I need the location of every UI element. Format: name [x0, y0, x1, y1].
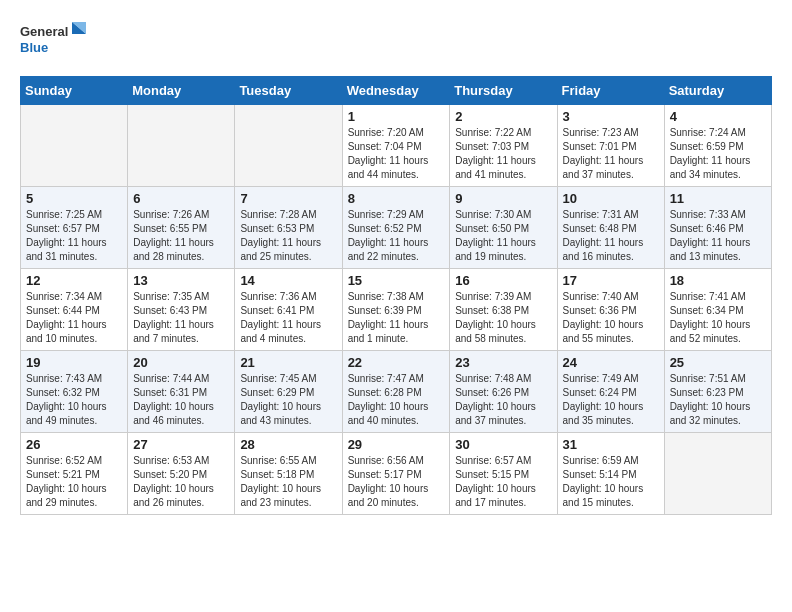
- day-info: Sunrise: 7:48 AM Sunset: 6:26 PM Dayligh…: [455, 372, 551, 428]
- calendar-cell-week1-day0: [21, 105, 128, 187]
- week-row-2: 5Sunrise: 7:25 AM Sunset: 6:57 PM Daylig…: [21, 187, 772, 269]
- calendar-cell-week2-day3: 8Sunrise: 7:29 AM Sunset: 6:52 PM Daylig…: [342, 187, 450, 269]
- day-number: 3: [563, 109, 659, 124]
- day-number: 26: [26, 437, 122, 452]
- svg-text:Blue: Blue: [20, 40, 48, 55]
- day-number: 21: [240, 355, 336, 370]
- calendar-cell-week4-day6: 25Sunrise: 7:51 AM Sunset: 6:23 PM Dayli…: [664, 351, 771, 433]
- calendar-cell-week3-day0: 12Sunrise: 7:34 AM Sunset: 6:44 PM Dayli…: [21, 269, 128, 351]
- calendar-cell-week1-day1: [128, 105, 235, 187]
- svg-text:General: General: [20, 24, 68, 39]
- day-info: Sunrise: 7:22 AM Sunset: 7:03 PM Dayligh…: [455, 126, 551, 182]
- day-number: 4: [670, 109, 766, 124]
- calendar-cell-week5-day0: 26Sunrise: 6:52 AM Sunset: 5:21 PM Dayli…: [21, 433, 128, 515]
- day-info: Sunrise: 7:44 AM Sunset: 6:31 PM Dayligh…: [133, 372, 229, 428]
- day-info: Sunrise: 6:56 AM Sunset: 5:17 PM Dayligh…: [348, 454, 445, 510]
- weekday-header-sunday: Sunday: [21, 77, 128, 105]
- day-info: Sunrise: 6:55 AM Sunset: 5:18 PM Dayligh…: [240, 454, 336, 510]
- calendar-cell-week4-day5: 24Sunrise: 7:49 AM Sunset: 6:24 PM Dayli…: [557, 351, 664, 433]
- day-number: 20: [133, 355, 229, 370]
- day-info: Sunrise: 7:24 AM Sunset: 6:59 PM Dayligh…: [670, 126, 766, 182]
- calendar-cell-week3-day6: 18Sunrise: 7:41 AM Sunset: 6:34 PM Dayli…: [664, 269, 771, 351]
- calendar-cell-week1-day3: 1Sunrise: 7:20 AM Sunset: 7:04 PM Daylig…: [342, 105, 450, 187]
- day-info: Sunrise: 7:34 AM Sunset: 6:44 PM Dayligh…: [26, 290, 122, 346]
- calendar-cell-week2-day6: 11Sunrise: 7:33 AM Sunset: 6:46 PM Dayli…: [664, 187, 771, 269]
- day-info: Sunrise: 7:28 AM Sunset: 6:53 PM Dayligh…: [240, 208, 336, 264]
- calendar-cell-week3-day4: 16Sunrise: 7:39 AM Sunset: 6:38 PM Dayli…: [450, 269, 557, 351]
- calendar-table: SundayMondayTuesdayWednesdayThursdayFrid…: [20, 76, 772, 515]
- calendar-cell-week2-day1: 6Sunrise: 7:26 AM Sunset: 6:55 PM Daylig…: [128, 187, 235, 269]
- weekday-header-friday: Friday: [557, 77, 664, 105]
- calendar-cell-week4-day2: 21Sunrise: 7:45 AM Sunset: 6:29 PM Dayli…: [235, 351, 342, 433]
- day-info: Sunrise: 7:35 AM Sunset: 6:43 PM Dayligh…: [133, 290, 229, 346]
- week-row-5: 26Sunrise: 6:52 AM Sunset: 5:21 PM Dayli…: [21, 433, 772, 515]
- day-info: Sunrise: 6:53 AM Sunset: 5:20 PM Dayligh…: [133, 454, 229, 510]
- week-row-1: 1Sunrise: 7:20 AM Sunset: 7:04 PM Daylig…: [21, 105, 772, 187]
- day-info: Sunrise: 7:36 AM Sunset: 6:41 PM Dayligh…: [240, 290, 336, 346]
- day-info: Sunrise: 7:40 AM Sunset: 6:36 PM Dayligh…: [563, 290, 659, 346]
- day-number: 2: [455, 109, 551, 124]
- day-number: 6: [133, 191, 229, 206]
- weekday-header-wednesday: Wednesday: [342, 77, 450, 105]
- day-number: 16: [455, 273, 551, 288]
- day-info: Sunrise: 6:57 AM Sunset: 5:15 PM Dayligh…: [455, 454, 551, 510]
- day-info: Sunrise: 7:47 AM Sunset: 6:28 PM Dayligh…: [348, 372, 445, 428]
- calendar-cell-week2-day2: 7Sunrise: 7:28 AM Sunset: 6:53 PM Daylig…: [235, 187, 342, 269]
- day-number: 25: [670, 355, 766, 370]
- day-info: Sunrise: 7:45 AM Sunset: 6:29 PM Dayligh…: [240, 372, 336, 428]
- day-number: 13: [133, 273, 229, 288]
- day-info: Sunrise: 7:43 AM Sunset: 6:32 PM Dayligh…: [26, 372, 122, 428]
- logo: General Blue: [20, 20, 90, 60]
- calendar-cell-week5-day1: 27Sunrise: 6:53 AM Sunset: 5:20 PM Dayli…: [128, 433, 235, 515]
- day-number: 10: [563, 191, 659, 206]
- day-number: 11: [670, 191, 766, 206]
- day-number: 24: [563, 355, 659, 370]
- week-row-4: 19Sunrise: 7:43 AM Sunset: 6:32 PM Dayli…: [21, 351, 772, 433]
- day-info: Sunrise: 7:29 AM Sunset: 6:52 PM Dayligh…: [348, 208, 445, 264]
- day-number: 23: [455, 355, 551, 370]
- day-number: 12: [26, 273, 122, 288]
- weekday-header-row: SundayMondayTuesdayWednesdayThursdayFrid…: [21, 77, 772, 105]
- calendar-cell-week2-day4: 9Sunrise: 7:30 AM Sunset: 6:50 PM Daylig…: [450, 187, 557, 269]
- day-info: Sunrise: 6:52 AM Sunset: 5:21 PM Dayligh…: [26, 454, 122, 510]
- day-info: Sunrise: 7:31 AM Sunset: 6:48 PM Dayligh…: [563, 208, 659, 264]
- day-number: 5: [26, 191, 122, 206]
- day-number: 19: [26, 355, 122, 370]
- day-number: 8: [348, 191, 445, 206]
- calendar-cell-week1-day2: [235, 105, 342, 187]
- calendar-cell-week5-day4: 30Sunrise: 6:57 AM Sunset: 5:15 PM Dayli…: [450, 433, 557, 515]
- day-info: Sunrise: 7:20 AM Sunset: 7:04 PM Dayligh…: [348, 126, 445, 182]
- day-info: Sunrise: 7:39 AM Sunset: 6:38 PM Dayligh…: [455, 290, 551, 346]
- calendar-cell-week4-day0: 19Sunrise: 7:43 AM Sunset: 6:32 PM Dayli…: [21, 351, 128, 433]
- day-info: Sunrise: 6:59 AM Sunset: 5:14 PM Dayligh…: [563, 454, 659, 510]
- calendar-cell-week1-day5: 3Sunrise: 7:23 AM Sunset: 7:01 PM Daylig…: [557, 105, 664, 187]
- calendar-cell-week3-day2: 14Sunrise: 7:36 AM Sunset: 6:41 PM Dayli…: [235, 269, 342, 351]
- weekday-header-saturday: Saturday: [664, 77, 771, 105]
- day-number: 15: [348, 273, 445, 288]
- week-row-3: 12Sunrise: 7:34 AM Sunset: 6:44 PM Dayli…: [21, 269, 772, 351]
- weekday-header-thursday: Thursday: [450, 77, 557, 105]
- day-info: Sunrise: 7:49 AM Sunset: 6:24 PM Dayligh…: [563, 372, 659, 428]
- calendar-cell-week3-day3: 15Sunrise: 7:38 AM Sunset: 6:39 PM Dayli…: [342, 269, 450, 351]
- day-number: 27: [133, 437, 229, 452]
- day-info: Sunrise: 7:51 AM Sunset: 6:23 PM Dayligh…: [670, 372, 766, 428]
- calendar-cell-week1-day6: 4Sunrise: 7:24 AM Sunset: 6:59 PM Daylig…: [664, 105, 771, 187]
- weekday-header-monday: Monday: [128, 77, 235, 105]
- day-number: 1: [348, 109, 445, 124]
- calendar-cell-week3-day5: 17Sunrise: 7:40 AM Sunset: 6:36 PM Dayli…: [557, 269, 664, 351]
- day-info: Sunrise: 7:38 AM Sunset: 6:39 PM Dayligh…: [348, 290, 445, 346]
- day-number: 7: [240, 191, 336, 206]
- calendar-cell-week5-day5: 31Sunrise: 6:59 AM Sunset: 5:14 PM Dayli…: [557, 433, 664, 515]
- calendar-cell-week5-day2: 28Sunrise: 6:55 AM Sunset: 5:18 PM Dayli…: [235, 433, 342, 515]
- day-number: 22: [348, 355, 445, 370]
- day-info: Sunrise: 7:30 AM Sunset: 6:50 PM Dayligh…: [455, 208, 551, 264]
- day-info: Sunrise: 7:41 AM Sunset: 6:34 PM Dayligh…: [670, 290, 766, 346]
- calendar-cell-week5-day3: 29Sunrise: 6:56 AM Sunset: 5:17 PM Dayli…: [342, 433, 450, 515]
- day-number: 30: [455, 437, 551, 452]
- day-number: 29: [348, 437, 445, 452]
- day-info: Sunrise: 7:25 AM Sunset: 6:57 PM Dayligh…: [26, 208, 122, 264]
- day-info: Sunrise: 7:26 AM Sunset: 6:55 PM Dayligh…: [133, 208, 229, 264]
- day-number: 28: [240, 437, 336, 452]
- calendar-cell-week3-day1: 13Sunrise: 7:35 AM Sunset: 6:43 PM Dayli…: [128, 269, 235, 351]
- day-info: Sunrise: 7:23 AM Sunset: 7:01 PM Dayligh…: [563, 126, 659, 182]
